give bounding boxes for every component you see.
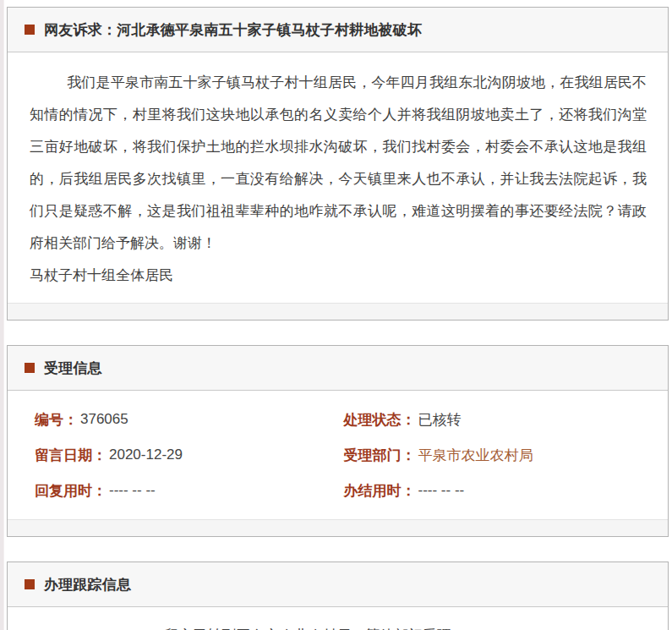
field-number-label: 编号： [35,410,78,430]
field-number-value: 376065 [80,411,128,428]
field-completion-time-value: ---- -- -- [418,482,465,499]
field-reply-time-value: ---- -- -- [109,482,156,499]
field-number: 编号： 376065 [35,402,344,437]
complaint-section: 网友诉求：河北承德平泉南五十家子镇马杖子村耕地被破坏 我们是平泉市南五十家子镇马… [7,7,669,320]
complaint-text-main: 我们是平泉市南五十家子镇马杖子村十组居民，今年四月我组东北沟阴坡地，在我组居民不… [30,74,647,251]
complaint-section-footer [8,303,668,320]
section-bullet-icon [25,363,35,373]
acceptance-fields: 编号： 376065 处理状态： 已核转 留言日期： 2020-12-29 受理… [8,391,668,519]
page-left-edge [0,0,4,630]
field-message-date-value: 2020-12-29 [109,446,183,463]
field-department-label: 受理部门： [344,446,416,465]
field-status: 处理状态： 已核转 [344,402,669,437]
complaint-signature: 马杖子村十组全体居民 [30,267,173,283]
complaint-text: 我们是平泉市南五十家子镇马杖子村十组居民，今年四月我组东北沟阴坡地，在我组居民不… [30,67,647,292]
acceptance-title: 受理信息 [44,359,102,378]
complaint-section-header: 网友诉求：河北承德平泉南五十家子镇马杖子村耕地被破坏 [8,8,668,52]
section-bullet-icon [25,579,35,589]
acceptance-section-footer [8,519,668,536]
tracking-title: 办理跟踪信息 [44,575,131,594]
acceptance-section-header: 受理信息 [8,346,668,391]
complaint-body: 我们是平泉市南五十家子镇马杖子村十组居民，今年四月我组东北沟阴坡地，在我组居民不… [8,52,668,303]
field-message-date: 留言日期： 2020-12-29 [35,437,344,473]
tracking-body: 2020-12-29 14:31留言已转到平泉市农业农村局，等待部门受理。 [8,607,668,630]
section-bullet-icon [25,25,35,35]
content-area: 网友诉求：河北承德平泉南五十家子镇马杖子村耕地被破坏 我们是平泉市南五十家子镇马… [7,7,669,630]
field-completion-time: 办结用时： ---- -- -- [344,473,669,508]
field-reply-time: 回复用时： ---- -- -- [35,473,344,508]
field-department: 受理部门： 平泉市农业农村局 [344,437,669,473]
field-department-value: 平泉市农业农村局 [418,446,533,465]
field-status-label: 处理状态： [344,410,416,430]
field-status-value: 已核转 [418,410,462,430]
complaint-title: 网友诉求：河北承德平泉南五十家子镇马杖子村耕地被破坏 [44,20,422,40]
tracking-section-header: 办理跟踪信息 [8,562,668,607]
acceptance-section: 受理信息 编号： 376065 处理状态： 已核转 留言日期： 2020-12-… [7,345,669,537]
field-reply-time-label: 回复用时： [35,481,107,501]
field-completion-time-label: 办结用时： [344,481,416,501]
tracking-section: 办理跟踪信息 2020-12-29 14:31留言已转到平泉市农业农村局，等待部… [7,562,669,630]
field-message-date-label: 留言日期： [35,446,107,465]
